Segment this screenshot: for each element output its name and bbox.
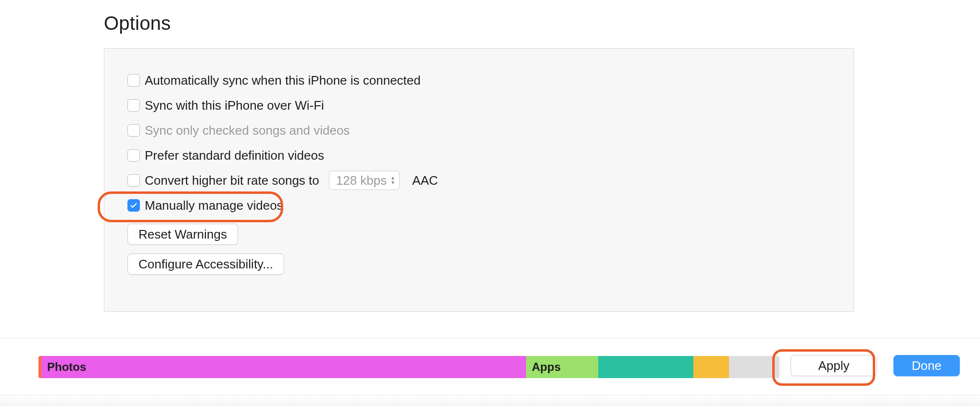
checkbox-manual-manage[interactable] xyxy=(127,199,140,212)
storage-seg-apps: Apps xyxy=(526,356,598,378)
checkbox-checked-only xyxy=(127,124,140,137)
option-wifi-sync[interactable]: Sync with this iPhone over Wi-Fi xyxy=(127,93,830,118)
done-button[interactable]: Done xyxy=(893,355,960,376)
configure-accessibility-button[interactable]: Configure Accessibility... xyxy=(127,254,284,275)
option-convert-bitrate[interactable]: Convert higher bit rate songs to 128 kbp… xyxy=(127,168,830,193)
option-label: Sync only checked songs and videos xyxy=(145,123,350,138)
footer: Photos Apps Apply Done xyxy=(0,338,980,406)
stepper-icon: ▴▾ xyxy=(391,176,394,185)
storage-seg-other-1 xyxy=(598,356,693,378)
storage-seg-other-2 xyxy=(693,356,729,378)
option-label: Convert higher bit rate songs to xyxy=(145,173,319,188)
page-root: Options Automatically sync when this iPh… xyxy=(0,0,980,406)
section-title: Options xyxy=(104,13,171,34)
codec-label: AAC xyxy=(412,173,438,188)
checkbox-convert-bitrate[interactable] xyxy=(127,174,140,187)
bitrate-value: 128 kbps xyxy=(336,173,387,188)
checkbox-prefer-sd[interactable] xyxy=(127,149,140,162)
option-label: Manually manage videos xyxy=(145,198,283,213)
option-label: Automatically sync when this iPhone is c… xyxy=(145,73,421,88)
checkbox-wifi-sync[interactable] xyxy=(127,99,140,112)
option-manual-manage[interactable]: Manually manage videos xyxy=(127,193,830,218)
apply-button[interactable]: Apply xyxy=(791,355,877,376)
option-prefer-sd[interactable]: Prefer standard definition videos xyxy=(127,143,830,168)
storage-seg-photos: Photos xyxy=(41,356,526,378)
footer-shadow xyxy=(0,395,980,406)
bitrate-select[interactable]: 128 kbps ▴▾ xyxy=(329,171,400,190)
option-auto-sync[interactable]: Automatically sync when this iPhone is c… xyxy=(127,68,830,93)
storage-seg-label: Photos xyxy=(47,360,86,374)
options-panel: Automatically sync when this iPhone is c… xyxy=(104,48,854,312)
storage-seg-label: Apps xyxy=(532,360,561,374)
checkbox-auto-sync[interactable] xyxy=(127,74,140,87)
option-label: Sync with this iPhone over Wi-Fi xyxy=(145,98,324,113)
option-label: Prefer standard definition videos xyxy=(145,148,324,163)
storage-bar: Photos Apps xyxy=(38,356,777,378)
option-checked-only: Sync only checked songs and videos xyxy=(127,118,830,143)
reset-warnings-button[interactable]: Reset Warnings xyxy=(127,224,238,245)
storage-seg-free xyxy=(729,356,779,378)
